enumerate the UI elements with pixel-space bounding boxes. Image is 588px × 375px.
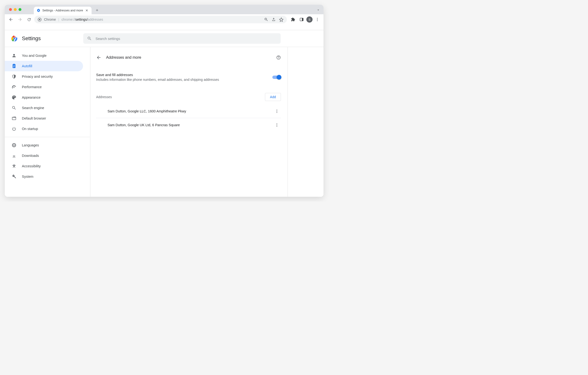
sidebar-item-system[interactable]: System <box>5 171 83 182</box>
sidebar-divider <box>5 137 90 137</box>
add-address-button[interactable]: Add <box>265 93 281 101</box>
share-icon[interactable] <box>272 18 276 22</box>
sidebar-item-default-browser[interactable]: Default browser <box>5 113 83 123</box>
sidebar-item-accessibility[interactable]: Accessibility <box>5 161 83 171</box>
sidebar-item-downloads[interactable]: Downloads <box>5 151 83 161</box>
window-minimize-button[interactable] <box>14 8 17 11</box>
wrench-icon <box>11 174 17 179</box>
more-menu-icon[interactable] <box>273 121 281 129</box>
sidebar-item-languages[interactable]: Languages <box>5 140 83 151</box>
svg-point-16 <box>277 126 277 127</box>
svg-point-15 <box>277 125 277 125</box>
search-icon <box>87 36 92 41</box>
tab-title: Settings - Addresses and more <box>42 9 83 12</box>
chrome-page-icon <box>38 18 42 22</box>
settings-content: Addresses and more Save and fill address… <box>90 47 288 197</box>
address-row[interactable]: Sam Dutton, Google LLC, 1600 Amphitheatr… <box>96 104 281 118</box>
accessibility-icon <box>11 164 17 169</box>
back-arrow-icon[interactable] <box>96 55 101 60</box>
extensions-icon[interactable] <box>289 16 297 23</box>
new-tab-button[interactable]: ＋ <box>95 7 99 13</box>
save-addresses-toggle[interactable] <box>272 76 281 79</box>
speedometer-icon <box>11 85 17 89</box>
power-icon <box>11 126 17 131</box>
toggle-subtitle: Includes information like phone numbers,… <box>96 78 219 81</box>
profile-avatar[interactable]: S <box>306 16 313 23</box>
settings-sidebar: You and Google Autofill Privacy and secu… <box>5 47 90 197</box>
sidebar-item-appearance[interactable]: Appearance <box>5 92 83 103</box>
browser-toolbar: Chrome | chrome://settings/addresses S <box>5 14 324 25</box>
sidebar-item-performance[interactable]: Performance <box>5 82 83 92</box>
close-icon[interactable]: ✕ <box>85 9 89 12</box>
window-traffic-lights <box>9 8 21 11</box>
address-text: Sam Dutton, Google LLC, 1600 Amphitheatr… <box>107 109 186 113</box>
sidebar-item-autofill[interactable]: Autofill <box>5 61 83 71</box>
svg-point-14 <box>277 123 277 124</box>
svg-point-12 <box>277 111 277 111</box>
sidebar-item-on-startup[interactable]: On startup <box>5 123 83 134</box>
addresses-section-title: Addresses <box>96 95 112 99</box>
more-menu-icon[interactable] <box>273 107 281 115</box>
sidepanel-icon[interactable] <box>298 16 305 23</box>
browser-tab[interactable]: Settings - Addresses and more ✕ <box>34 7 92 14</box>
address-bar[interactable]: Chrome | chrome://settings/addresses <box>34 16 287 23</box>
search-settings-input[interactable] <box>96 37 277 41</box>
chrome-logo-icon <box>11 35 18 42</box>
svg-point-1 <box>39 19 41 20</box>
settings-title: Settings <box>22 35 41 41</box>
shield-icon <box>11 74 17 79</box>
svg-point-9 <box>13 38 15 40</box>
zoom-icon[interactable] <box>264 17 268 22</box>
clipboard-icon <box>11 64 17 69</box>
browser-icon <box>11 116 17 121</box>
tabs-dropdown-button[interactable] <box>316 8 320 12</box>
window-maximize-button[interactable] <box>19 8 21 11</box>
bookmark-icon[interactable] <box>279 17 284 22</box>
url-scheme-label: Chrome <box>44 18 56 21</box>
search-settings-box[interactable] <box>83 33 281 44</box>
window-close-button[interactable] <box>9 8 12 11</box>
sidebar-item-you-and-google[interactable]: You and Google <box>5 50 83 61</box>
svg-point-13 <box>277 112 277 113</box>
person-icon <box>11 53 17 58</box>
svg-point-6 <box>317 20 318 21</box>
reload-button[interactable] <box>25 16 33 23</box>
browser-window: Settings - Addresses and more ✕ ＋ Chrome… <box>5 5 324 197</box>
svg-point-11 <box>277 110 277 110</box>
toggle-title: Save and fill addresses <box>96 73 219 77</box>
globe-icon <box>11 143 17 148</box>
settings-header: Settings <box>5 30 324 47</box>
url-text: chrome://settings/addresses <box>61 18 103 21</box>
svg-rect-3 <box>302 18 303 21</box>
sidebar-item-search-engine[interactable]: Search engine <box>5 103 83 113</box>
svg-point-4 <box>317 18 318 19</box>
forward-button[interactable] <box>16 16 24 23</box>
back-button[interactable] <box>7 16 15 23</box>
search-icon <box>11 105 17 110</box>
tab-strip: Settings - Addresses and more ✕ ＋ <box>5 5 324 14</box>
palette-icon <box>11 95 17 100</box>
sidebar-item-privacy[interactable]: Privacy and security <box>5 71 83 82</box>
browser-menu-icon[interactable] <box>314 16 321 23</box>
help-icon[interactable] <box>276 55 281 60</box>
save-fill-toggle-row: Save and fill addresses Includes informa… <box>96 73 281 81</box>
download-icon <box>11 153 17 158</box>
page-title: Addresses and more <box>106 55 141 60</box>
svg-point-5 <box>317 19 318 20</box>
address-text: Sam Dutton, Google UK Ltd, 6 Pancras Squ… <box>107 123 180 127</box>
gear-icon <box>37 9 41 12</box>
address-row[interactable]: Sam Dutton, Google UK Ltd, 6 Pancras Squ… <box>96 118 281 132</box>
